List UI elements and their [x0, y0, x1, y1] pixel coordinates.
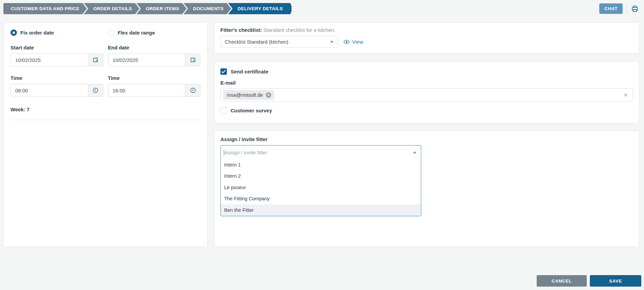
step-label: ORDER DETAILS: [93, 6, 132, 11]
radio-unselected-icon[interactable]: [108, 29, 114, 36]
step-label: CUSTOMER DATA AND PRICE: [11, 6, 79, 11]
step-order-items[interactable]: ORDER ITEMS: [136, 3, 187, 14]
top-right-actions: CHAT: [599, 3, 639, 14]
send-certificate-checkbox-row[interactable]: Send certificate: [220, 68, 633, 75]
start-date-field: [10, 53, 103, 66]
radio-selected-icon[interactable]: [10, 29, 17, 36]
end-time-label: Time: [108, 75, 201, 81]
start-date-label: Start date: [10, 45, 103, 50]
option-the-fitting-company[interactable]: The Fitting Company: [221, 193, 421, 205]
clock-icon: [92, 87, 99, 93]
week-label: Week: 7: [10, 107, 103, 112]
step-order-details[interactable]: ORDER DETAILS: [84, 3, 139, 14]
assign-fitter-panel: Assign / invite fitter Assign / invite f…: [214, 131, 639, 247]
start-date-input[interactable]: [11, 54, 88, 66]
assign-fitter-placeholder: Assign / invite fitter: [224, 150, 413, 155]
end-time-input[interactable]: [108, 84, 186, 96]
section-divider: [10, 120, 200, 120]
chevron-down-icon: [330, 41, 334, 43]
assign-fitter-combobox: Assign / invite fitter Intern 1 Intern 2…: [220, 145, 421, 216]
step-label: DOCUMENTS: [193, 6, 224, 11]
chat-button[interactable]: CHAT: [599, 3, 623, 14]
fix-order-date-radio[interactable]: Fix order date: [10, 29, 103, 36]
calendar-icon: [92, 57, 99, 63]
email-label: E-mail: [220, 80, 633, 86]
start-time-input[interactable]: [11, 84, 88, 96]
checkbox-checked-icon[interactable]: [220, 68, 227, 75]
step-delivery-details[interactable]: DELIVERY DETAILS: [228, 3, 292, 14]
customer-survey-checkbox-row[interactable]: Customer survey: [220, 107, 633, 114]
end-date-field: [108, 53, 201, 66]
option-ben-the-fitter[interactable]: Ben the Fitter: [221, 204, 421, 216]
email-chip-value: msa@rmtsoft.de: [227, 92, 263, 98]
clock-icon: [190, 87, 196, 93]
step-label: ORDER ITEMS: [146, 6, 179, 11]
step-label: DELIVERY DETAILS: [238, 6, 283, 11]
send-certificate-label: Send certificate: [231, 69, 269, 74]
flex-date-range-radio[interactable]: Flex date range: [108, 29, 201, 36]
end-date-label: End date: [108, 45, 201, 50]
eye-icon: [343, 40, 350, 44]
option-intern-2[interactable]: Intern 2: [221, 171, 421, 182]
email-chip: msa@rmtsoft.de ✕: [223, 90, 274, 100]
checklist-selected-value: Checklist Standard (kitchen): [225, 39, 288, 45]
main-content: Fix order date Start date: [3, 22, 639, 247]
option-le-poseur[interactable]: Le poseur: [221, 182, 421, 193]
customer-survey-label: Customer survey: [231, 108, 272, 113]
text-cursor: [224, 150, 224, 155]
wizard-breadcrumb: CUSTOMER DATA AND PRICE ORDER DETAILS OR…: [3, 3, 292, 14]
print-button[interactable]: [631, 5, 639, 13]
fix-order-date-label: Fix order date: [20, 30, 54, 36]
clear-email-field-icon[interactable]: ✕: [622, 92, 629, 98]
checklist-description: Standard checklist for a kitchen.: [263, 27, 336, 33]
save-button[interactable]: SAVE: [590, 275, 641, 287]
certificate-panel: Send certificate E-mail msa@rmtsoft.de ✕…: [214, 61, 639, 123]
assign-fitter-input[interactable]: Assign / invite fitter: [221, 146, 421, 159]
top-bar: CUSTOMER DATA AND PRICE ORDER DETAILS OR…: [0, 0, 644, 14]
calendar-icon: [190, 57, 196, 63]
footer-actions: CANCEL SAVE: [537, 275, 641, 287]
start-date-calendar-button[interactable]: [88, 54, 103, 66]
checklist-select[interactable]: Checklist Standard (kitchen): [220, 36, 338, 48]
checklist-label: Fitter's checklist:: [220, 27, 262, 33]
left-column: Fix order date Start date: [3, 22, 208, 247]
assign-fitter-options-list: Intern 1 Intern 2 Le poseur The Fitting …: [221, 159, 421, 216]
email-field[interactable]: msa@rmtsoft.de ✕ ✕: [220, 88, 633, 102]
start-time-field: [10, 84, 103, 97]
end-time-clock-button[interactable]: [185, 84, 200, 96]
end-date-calendar-button[interactable]: [185, 54, 200, 66]
vertical-divider: [627, 5, 627, 13]
end-date-input[interactable]: [108, 54, 186, 66]
checklist-heading: Fitter's checklist: Standard checklist f…: [220, 27, 633, 33]
flex-date-range-label: Flex date range: [118, 30, 155, 36]
step-documents[interactable]: DOCUMENTS: [184, 3, 231, 14]
assign-fitter-label: Assign / invite fitter: [220, 136, 633, 142]
checkbox-unchecked-icon[interactable]: [220, 107, 227, 114]
printer-icon: [631, 5, 639, 13]
remove-email-chip-icon[interactable]: ✕: [266, 92, 271, 98]
cancel-button[interactable]: CANCEL: [537, 275, 587, 287]
step-customer-data-and-price[interactable]: CUSTOMER DATA AND PRICE: [3, 3, 87, 14]
view-checklist-link[interactable]: View: [343, 39, 363, 45]
checklist-panel: Fitter's checklist: Standard checklist f…: [214, 22, 639, 54]
start-time-label: Time: [10, 75, 103, 81]
view-link-label: View: [352, 39, 363, 45]
start-time-clock-button[interactable]: [88, 84, 103, 96]
end-time-field: [108, 84, 201, 97]
schedule-panel: Fix order date Start date: [3, 22, 208, 247]
right-column: Fitter's checklist: Standard checklist f…: [214, 22, 639, 247]
chevron-up-icon: [413, 151, 416, 153]
option-intern-1[interactable]: Intern 1: [221, 159, 421, 171]
